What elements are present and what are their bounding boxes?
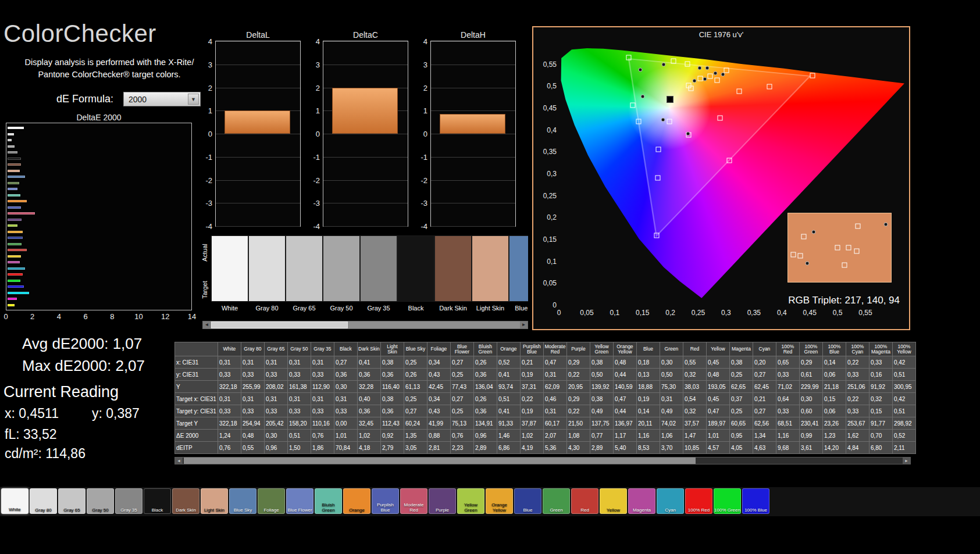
cie-yaxis: 00,050,10,150,20,250,30,350,40,450,50,55 [537,42,557,305]
target-marker [715,77,720,83]
toolbar-swatch[interactable]: Purple [429,488,456,514]
table-cell: 71,02 [776,381,799,393]
table-cell: 0,31 [543,405,566,417]
deltae-bar [8,261,20,263]
toolbar-swatch[interactable]: Gray 65 [58,488,85,514]
toolbar-swatch[interactable]: Gray 50 [87,488,114,514]
table-scroll-right-icon[interactable]: ► [903,458,910,464]
toolbar-swatch[interactable]: Dark Skin [172,488,199,514]
toolbar-swatch[interactable]: Gray 35 [115,488,142,514]
toolbar-swatch[interactable]: Orange Yellow [486,488,513,514]
table-cell: 0,33 [776,405,799,417]
toolbar-swatch[interactable]: Magenta [628,488,655,514]
table-cell: 230,41 [799,417,822,430]
table-cell: 91,92 [869,381,892,393]
toolbar-swatch[interactable]: Blue [514,488,541,514]
column-header: Gray 65 [264,342,287,356]
table-row: Target x: CIE310,310,310,310,310,310,310… [175,393,916,405]
deltae-bar-row [8,137,191,144]
toolbar-swatch[interactable]: Gray 80 [30,488,57,514]
reading-x: x: 0,4511 [5,406,59,421]
target-marker [655,146,661,152]
table-cell: 21,18 [822,381,846,393]
toolbar-swatch[interactable]: Orange [343,488,370,514]
table-scroll-thumb[interactable] [184,458,696,464]
toolbar-swatch[interactable]: Cyan [657,488,684,514]
table-cell: 1,02 [520,430,543,442]
table-cell: 0,76 [450,430,473,442]
target-label: Target [201,273,209,308]
toolbar-swatch[interactable]: Red [571,488,598,514]
toolbar-swatch[interactable]: 100% Red [685,488,712,514]
column-header: Dark Skin [357,342,380,356]
toolbar-swatch-label: White [2,507,27,512]
toolbar-swatch[interactable]: Green [543,488,570,514]
toolbar-swatch[interactable]: Bluish Green [315,488,342,514]
patch-label: Gray 65 [286,302,323,314]
deltae-bar [8,182,19,184]
deltae2000-chart-title: DeltaE 2000 [6,113,192,122]
table-cell: 0,22 [846,393,869,405]
table-cell: 251,06 [846,381,869,393]
table-row: Target Y322,18254,94205,42158,20110,160,… [175,417,916,430]
toolbar-swatch[interactable]: Light Skin [201,488,228,514]
table-cell: 0,06 [822,369,846,381]
gridline [431,203,515,203]
toolbar-swatch[interactable]: Yellow [600,488,627,514]
tick-label: 0,05 [543,279,557,287]
chevron-down-icon[interactable]: ▼ [188,94,199,105]
patch-strip-scroll-thumb[interactable] [211,321,348,328]
toolbar-swatch[interactable]: 100% Green [714,488,741,514]
toolbar-swatch[interactable]: Black [144,488,171,514]
toolbar-swatch[interactable]: Yellow Green [457,488,484,514]
table-scrollbar[interactable]: ◄ ► [174,457,911,464]
table-cell: 75,30 [660,381,683,393]
patch-swatch: Gray 80 [248,235,286,317]
table-cell: 0,25 [450,369,473,381]
table-cell: 4,30 [566,442,590,454]
de-formula-dropdown[interactable]: 2000 ▼ [123,92,201,106]
table-cell: 5,36 [543,442,566,454]
toolbar-swatch-label: Purple [429,508,455,513]
table-cell: 37,31 [520,381,543,393]
table-cell: 300,95 [892,381,915,393]
reading-cdm2: cd/m²: 114,86 [5,446,85,462]
patch-strip-scrollbar[interactable]: ◄ ► [202,321,528,329]
table-scroll-left-icon[interactable]: ◄ [175,458,183,464]
gridline [216,180,300,181]
toolbar-swatch[interactable]: Blue Flower [286,488,313,514]
toolbar-swatch-label: Green [543,508,569,513]
scroll-right-icon[interactable]: ► [520,321,528,328]
table-cell: 0,31 [287,393,311,405]
table-cell: 4,84 [846,442,869,454]
toolbar-swatch[interactable]: 100% Blue [742,488,769,514]
deltae-bar [8,267,25,270]
deltae-bar-row [8,180,191,187]
cie-panel: CIE 1976 u'v' 00,050,10,150,20,250,30,35… [532,26,910,330]
table-row: Target y: CIE310,330,330,330,330,330,330… [175,405,916,417]
table-cell: 0,33 [846,369,869,381]
deltal-title: DeltaL [215,30,301,40]
target-marker [724,68,729,73]
deltae-bar-row [8,125,191,131]
target-marker [636,119,642,124]
toolbar-swatch-label: Gray 65 [59,508,85,513]
column-header: Gray 50 [287,342,311,356]
patch-swatch: White [211,235,248,317]
table-cell: 0,54 [683,393,706,405]
table-cell: 1,02 [357,430,380,442]
deltae-bar-row [8,235,191,241]
toolbar-swatch[interactable]: White [1,488,28,514]
toolbar-swatch[interactable]: Foliage [258,488,285,514]
table-cell: 0,30 [660,356,683,369]
toolbar-swatch[interactable]: Blue Sky [229,488,256,514]
scroll-left-icon[interactable]: ◄ [203,321,211,328]
table-cell: 0,38 [380,393,404,405]
table-cell: 4,18 [357,442,380,454]
deltae-bar-row [8,174,191,180]
table-cell: 32,28 [357,381,380,393]
toolbar-swatch-label: Orange [344,508,370,513]
toolbar-swatch[interactable]: Purplish Blue [372,488,399,514]
toolbar-swatch[interactable]: Moderate Red [400,488,427,514]
table-cell: 4,57 [706,442,729,454]
